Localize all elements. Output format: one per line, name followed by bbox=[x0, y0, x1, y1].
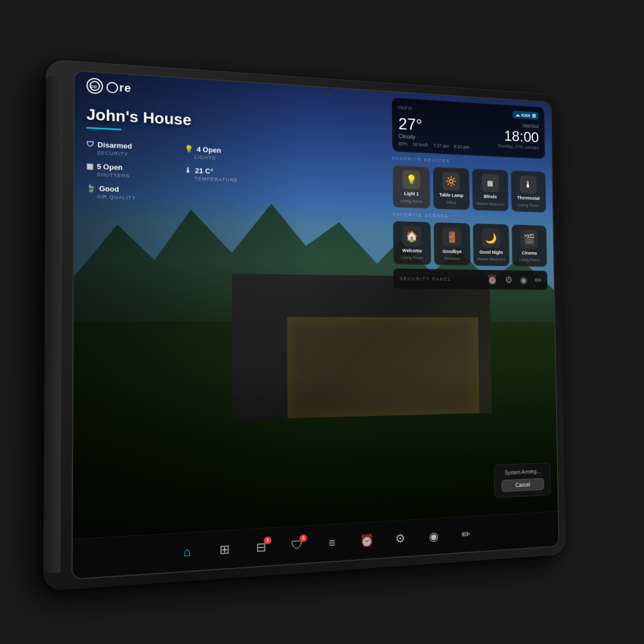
temperature-status: 🌡 21 C° TEMPERATURE bbox=[185, 166, 267, 184]
air-quality-status: 🍃 Good AIR QUALITY bbox=[86, 184, 173, 202]
device-icon-blinds: ▦ bbox=[481, 173, 499, 192]
humidity-detail: 80% bbox=[399, 141, 408, 147]
screen-bezel: co re John's House 🛡 Disarmed bbox=[71, 70, 559, 580]
scene-room-goodnight: Master Bedroom bbox=[477, 257, 505, 261]
device-room-blinds: Master Bedroom bbox=[477, 201, 504, 207]
tablet-device: co re John's House 🛡 Disarmed bbox=[43, 59, 566, 591]
nav-rooms[interactable]: ⊞ bbox=[213, 537, 236, 562]
security-status: 🛡 Disarmed SECURITY bbox=[86, 140, 173, 159]
device-icon-light1: 💡 bbox=[402, 170, 421, 189]
security-value: Disarmed bbox=[98, 141, 132, 151]
bg-house bbox=[232, 274, 492, 420]
scene-name-welcome: Welcome bbox=[402, 248, 422, 253]
grid-icon: ⊞ bbox=[532, 113, 536, 119]
device-card-blinds[interactable]: ▦ Blinds Master Bedroom bbox=[472, 169, 509, 211]
nav-security[interactable]: 🛡 2 bbox=[286, 533, 308, 558]
clock-icon: ⏰ bbox=[360, 533, 374, 548]
device-icon-tablelamp: 🔆 bbox=[442, 172, 460, 191]
scene-cinema[interactable]: 🎬 Cinema Living Room bbox=[511, 224, 547, 267]
nav-edit[interactable]: ✏ bbox=[456, 523, 477, 546]
device-card-tablelamp[interactable]: 🔆 Table Lamp Office bbox=[433, 167, 470, 210]
scene-room-goodbye: Entrance bbox=[444, 256, 460, 261]
sec-icon-grid[interactable]: ◉ bbox=[520, 274, 528, 286]
device-room-thermostat: Living Room bbox=[518, 202, 539, 208]
edit-icon: ✏ bbox=[462, 528, 471, 541]
scene-name-goodnight: Good Night bbox=[480, 250, 503, 255]
logo-text: re bbox=[106, 80, 131, 95]
scene-icon-goodbye: 🚪 bbox=[443, 227, 462, 247]
status-grid: 🛡 Disarmed SECURITY 💡 4 Open LIGHTS bbox=[86, 140, 267, 205]
devices-grid: 💡 Light 1 Living Room 🔆 Table Lamp Offic… bbox=[392, 165, 546, 213]
nav-scenes[interactable]: ≡ bbox=[321, 531, 343, 555]
scene-room-welcome: Living Room bbox=[401, 255, 423, 260]
nav-clock[interactable]: ⏰ bbox=[356, 529, 378, 553]
security-badge: 2 bbox=[299, 534, 307, 542]
shutters-icon: ▦ bbox=[86, 162, 93, 171]
scene-name-goodbye: Goodbye bbox=[443, 248, 462, 254]
nav-settings[interactable]: ⚙ bbox=[390, 526, 411, 550]
sec-icon-pencil[interactable]: ✏ bbox=[535, 275, 541, 286]
scene-welcome[interactable]: 🏠 Welcome Living Room bbox=[393, 221, 431, 265]
weather-temp: 27° bbox=[398, 115, 469, 136]
weather-info-label: INFO bbox=[398, 105, 413, 111]
weather-time: 18:00 bbox=[497, 127, 539, 145]
shield-icon: 🛡 bbox=[86, 140, 94, 149]
sec-icon-clock[interactable]: ⏰ bbox=[487, 274, 497, 285]
home-icon: ⌂ bbox=[184, 544, 191, 559]
device-card-light1[interactable]: 💡 Light 1 Living Room bbox=[392, 165, 430, 208]
screen: co re John's House 🛡 Disarmed bbox=[72, 71, 558, 579]
air-icon: 🍃 bbox=[86, 184, 96, 193]
nav-grid[interactable]: ◉ bbox=[423, 525, 444, 548]
scene-icon-welcome: 🏠 bbox=[402, 226, 422, 246]
temperature-value: 21 C° bbox=[195, 166, 213, 175]
device-room-light1: Living Room bbox=[400, 199, 422, 204]
device-name-blinds: Blinds bbox=[484, 194, 497, 200]
scenes-grid: 🏠 Welcome Living Room 🚪 Goodbye Entrance… bbox=[393, 221, 547, 267]
svg-text:co: co bbox=[91, 84, 97, 90]
device-room-tablelamp: Office bbox=[447, 200, 457, 205]
scene-room-cinema: Living Room bbox=[519, 257, 540, 262]
device-name-tablelamp: Table Lamp bbox=[440, 192, 464, 199]
cancel-button[interactable]: Cancel bbox=[501, 478, 544, 492]
right-panel: INFO ☁ KNX ⊞ 27° Cloudy 80% bbox=[392, 97, 547, 290]
arming-text: System Arming... bbox=[501, 469, 544, 476]
device-card-thermostat[interactable]: 🌡 Thermostat Living Room bbox=[510, 170, 546, 213]
shutters-status: ▦ 5 Open SHUTTERS bbox=[86, 162, 173, 181]
wind-detail: 18 km/h bbox=[413, 142, 428, 148]
grid-icon: ◉ bbox=[429, 529, 438, 544]
sunrise-detail: 7:37 am bbox=[433, 143, 449, 149]
scene-icon-cinema: 🎬 bbox=[520, 229, 538, 248]
scene-goodnight[interactable]: 🌙 Good Night Master Bedroom bbox=[473, 223, 509, 266]
shutters-value: 5 Open bbox=[97, 162, 122, 172]
lights-value: 4 Open bbox=[197, 145, 222, 155]
scene-name-cinema: Cinema bbox=[522, 250, 537, 255]
logo-icon: co bbox=[86, 78, 103, 94]
light-icon: 💡 bbox=[185, 144, 194, 153]
air-quality-value: Good bbox=[99, 184, 119, 193]
nav-devices[interactable]: ⊟ 3 bbox=[250, 535, 273, 560]
temp-icon: 🌡 bbox=[185, 166, 192, 174]
scenes-icon: ≡ bbox=[328, 536, 335, 550]
settings-icon: ⚙ bbox=[395, 531, 405, 546]
security-panel-strip: SECURITY PANEL ⏰ ⚙ ◉ ✏ bbox=[393, 268, 547, 290]
cloud-icon: ☁ bbox=[515, 112, 519, 118]
rooms-icon: ⊞ bbox=[219, 542, 230, 557]
arming-popup: System Arming... Cancel bbox=[494, 463, 551, 498]
devices-badge: 3 bbox=[264, 536, 271, 544]
knx-label: KNX bbox=[522, 113, 530, 118]
device-name-light1: Light 1 bbox=[404, 191, 419, 197]
security-panel-label: SECURITY PANEL bbox=[399, 276, 451, 282]
nav-home[interactable]: ⌂ bbox=[175, 539, 199, 565]
scene-goodbye[interactable]: 🚪 Goodbye Entrance bbox=[433, 222, 470, 266]
knx-badge: ☁ KNX ⊞ bbox=[513, 111, 538, 120]
device-name-thermostat: Thermostat bbox=[517, 195, 540, 202]
left-panel: John's House 🛡 Disarmed SECURITY 💡 4 O bbox=[86, 106, 267, 205]
scene-icon-goodnight: 🌙 bbox=[482, 228, 500, 248]
lights-status: 💡 4 Open LIGHTS bbox=[185, 144, 267, 163]
weather-card[interactable]: INFO ☁ KNX ⊞ 27° Cloudy 80% bbox=[392, 97, 545, 159]
scenes-section-label: FAVORITE SCENES bbox=[393, 211, 546, 221]
title-underline bbox=[86, 127, 122, 130]
sec-icon-settings[interactable]: ⚙ bbox=[505, 274, 513, 286]
device-icon-thermostat: 🌡 bbox=[520, 175, 537, 194]
logo: co re bbox=[86, 78, 131, 96]
